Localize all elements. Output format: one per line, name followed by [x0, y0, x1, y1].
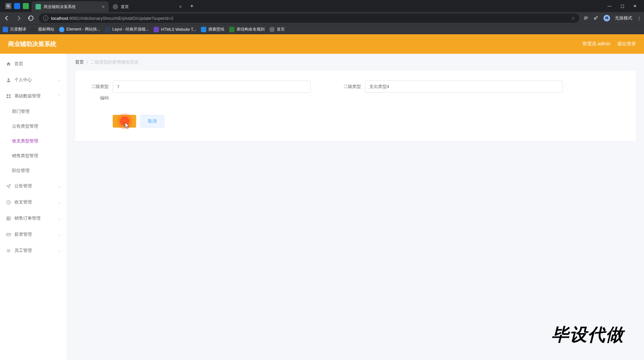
svg-rect-20	[7, 233, 10, 236]
tab-search-icon[interactable]	[5, 3, 11, 9]
cancel-label: 取消	[148, 118, 157, 124]
cancel-button[interactable]: 取消	[140, 115, 164, 128]
sidebar-sub-label: 部门管理	[12, 108, 30, 115]
send-icon	[6, 184, 11, 189]
sidebar-sub-label: 公告类型管理	[12, 123, 38, 129]
address-bar: i localhost:8081/#/dictionaryShouzhiErji…	[0, 12, 644, 24]
logout-link[interactable]: 退出登录	[617, 41, 636, 47]
chevron-down-icon: ⌄	[58, 184, 61, 188]
sidebar-item-order[interactable]: 销售订单管理 ⌄	[0, 210, 67, 226]
incognito-avatar-icon[interactable]	[603, 15, 610, 21]
menu-icon[interactable]: ⋮	[637, 16, 641, 21]
bookmark-1[interactable]: 图标网站	[31, 27, 54, 32]
grid-icon	[6, 94, 11, 99]
bookmarks-bar: 百度翻译 图标网站 Element - 网站快... Layui - 经典开源模…	[0, 24, 644, 34]
bookmark-icon	[59, 27, 64, 32]
svg-point-8	[605, 18, 607, 19]
main-content: 首页 / 二级类型的新增修改页面 二级类型 编码 二级类型	[67, 54, 644, 360]
bookmark-label: HTML5 Website T...	[161, 27, 196, 32]
bookmark-2[interactable]: Element - 网站快...	[59, 27, 100, 32]
breadcrumb-root[interactable]: 首页	[75, 59, 84, 65]
form-row: 二级类型 编码 二级类型	[85, 81, 626, 101]
star-icon[interactable]: ☆	[571, 16, 575, 21]
bookmark-label: 表结构命名规则	[236, 27, 265, 32]
name-input[interactable]	[365, 81, 563, 93]
back-button[interactable]	[3, 14, 11, 22]
bookmark-7[interactable]: 首页	[269, 27, 285, 32]
svg-rect-14	[9, 96, 10, 98]
svg-line-7	[597, 17, 598, 17]
sidebar-sub-notice-type[interactable]: 公告类型管理	[0, 119, 67, 134]
close-window-icon[interactable]: ✕	[633, 4, 637, 8]
watermark: 毕设代做	[551, 323, 624, 347]
url-input[interactable]: i localhost:8081/#/dictionaryShouzhiErji…	[39, 13, 579, 23]
clock-icon	[6, 200, 11, 205]
breadcrumb-sep: /	[87, 60, 88, 65]
bookmark-6[interactable]: 表结构命名规则	[229, 27, 265, 32]
app-body: 首页 个人中心 ⌄ 基础数据管理 ⌃ 部门管理 公告类型管理 收支类型管理 销售…	[0, 54, 644, 360]
sidebar-item-notice[interactable]: 公告管理 ⌄	[0, 178, 67, 194]
vue-favicon-icon	[36, 4, 41, 9]
sidebar-item-basedata[interactable]: 基础数据管理 ⌃	[0, 88, 67, 104]
tab-2[interactable]: 首页 ×	[109, 1, 186, 12]
sidebar-item-label: 首页	[14, 61, 23, 67]
sidebar-sub-label: 收支类型管理	[12, 138, 38, 144]
new-tab-button[interactable]: +	[187, 1, 197, 11]
form-item-name: 二级类型	[337, 81, 563, 93]
sidebar-item-staff[interactable]: 员工管理 ⌄	[0, 242, 67, 259]
chevron-down-icon: ⌄	[58, 249, 61, 253]
bookmark-label: 图标网站	[38, 27, 54, 32]
tab-1[interactable]: 商业辅助决策系统 ×	[32, 1, 109, 12]
sidebar-sub-dept[interactable]: 部门管理	[0, 104, 67, 119]
cursor-icon	[123, 122, 130, 130]
grid-icon	[6, 216, 11, 221]
breadcrumb-current: 二级类型的新增修改页面	[91, 59, 139, 65]
bookmark-4[interactable]: HTML5 Website T...	[154, 27, 196, 32]
sidebar-item-home[interactable]: 首页	[0, 56, 67, 72]
code-input[interactable]	[113, 81, 311, 93]
sidebar-item-shouzhi[interactable]: 收支管理 ⌄	[0, 194, 67, 210]
sidebar-item-profile[interactable]: 个人中心 ⌄	[0, 72, 67, 88]
incognito-label: 无痕模式	[615, 15, 632, 21]
tab-app-icon[interactable]	[14, 3, 20, 9]
bookmark-3[interactable]: Layui - 经典开源模...	[105, 27, 149, 32]
label-name: 二级类型	[337, 81, 361, 93]
bookmark-label: 首页	[277, 27, 285, 32]
svg-line-1	[9, 6, 9, 7]
key-icon[interactable]	[593, 15, 599, 21]
bookmark-icon	[3, 27, 8, 32]
svg-point-0	[7, 5, 9, 7]
bookmark-icon	[201, 27, 206, 32]
app-root: 商业辅助决策系统 管理员 admin 退出登录 首页 个人中心 ⌄ 基础数据管理…	[0, 34, 644, 360]
app-title: 商业辅助决策系统	[8, 40, 56, 48]
bookmark-icon	[154, 27, 159, 32]
button-row: 提交 取消	[113, 115, 626, 128]
browser-tab-bar: 商业辅助决策系统 × 首页 × + — ▢ ✕	[0, 0, 644, 12]
sidebar-sub-position[interactable]: 职位管理	[0, 163, 67, 178]
bookmark-label: 百度翻译	[10, 27, 26, 32]
extensions-icon[interactable]	[583, 15, 589, 21]
forward-button[interactable]	[15, 14, 23, 22]
bookmark-5[interactable]: 搜索壁纸	[201, 27, 224, 32]
bookmark-0[interactable]: 百度翻译	[3, 27, 26, 32]
header-right: 管理员 admin 退出登录	[582, 41, 636, 47]
close-icon[interactable]: ×	[102, 4, 105, 9]
url-host: localhost:8081/#/dictionaryShouzhiErjiAd…	[51, 16, 173, 21]
sidebar-item-salary[interactable]: 薪资管理 ⌄	[0, 226, 67, 242]
sidebar-sub-shouzhi-type[interactable]: 收支类型管理	[0, 134, 67, 148]
card-icon	[6, 232, 11, 237]
tab-app2-icon[interactable]	[23, 3, 29, 9]
bookmark-label: 搜索壁纸	[208, 27, 224, 32]
list-icon	[6, 248, 11, 253]
maximize-icon[interactable]: ▢	[620, 4, 625, 8]
label-code: 二级类型 编码	[85, 81, 109, 101]
reload-button[interactable]	[27, 14, 35, 22]
home-icon	[6, 61, 11, 66]
close-icon[interactable]: ×	[179, 4, 182, 9]
minimize-icon[interactable]: —	[607, 4, 612, 8]
breadcrumb: 首页 / 二级类型的新增修改页面	[75, 54, 636, 71]
label-sub-text: 编码	[85, 95, 109, 101]
sidebar-sub-sale-type[interactable]: 销售类型管理	[0, 148, 67, 163]
info-icon[interactable]: i	[43, 15, 48, 21]
user-role[interactable]: 管理员 admin	[582, 41, 610, 47]
